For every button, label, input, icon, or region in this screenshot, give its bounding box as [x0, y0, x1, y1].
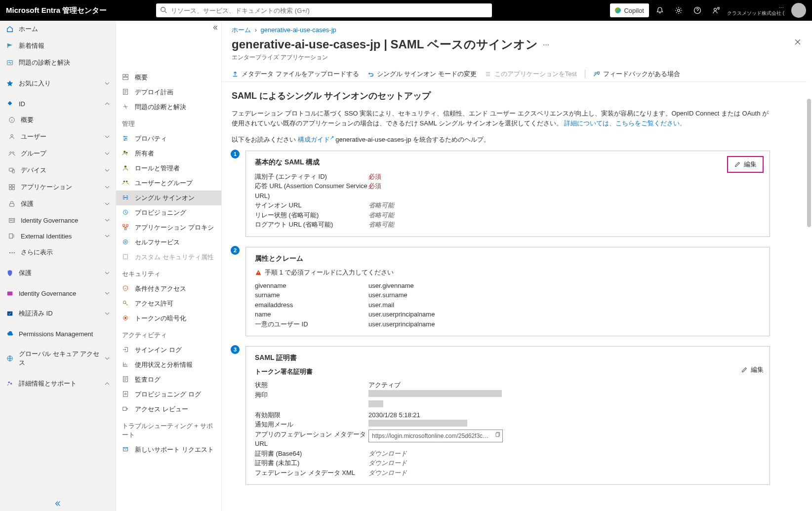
learnmore-link[interactable]: 詳細については、こちらをご覧ください。 [564, 119, 686, 127]
resnav-selfservice[interactable]: セルフサービス [116, 235, 221, 250]
download-xml-link[interactable]: ダウンロード [368, 468, 407, 478]
provisioning-icon [122, 209, 130, 217]
nav-protection2[interactable]: 保護 [0, 265, 116, 281]
properties-icon [122, 135, 130, 143]
feedback-button[interactable] [708, 2, 724, 18]
breadcrumb-home[interactable]: ホーム [232, 26, 251, 34]
svg-point-24 [10, 383, 12, 385]
fedurl-box[interactable]: https://login.microsoftonline.com/25d62f… [368, 430, 503, 442]
bell-icon [656, 6, 664, 14]
resnav-auditlogs[interactable]: 監査ログ [116, 372, 221, 387]
collapse-resnav-button[interactable] [212, 25, 218, 31]
devices-icon [8, 166, 16, 174]
chevron-down-icon [105, 81, 110, 86]
page-title-more[interactable]: ⋯ [543, 41, 550, 48]
download-b64-link[interactable]: ダウンロード [368, 449, 407, 459]
chevron-down-icon [105, 201, 110, 206]
toolbar-upload[interactable]: メタデータ ファイルをアップロードする [232, 70, 359, 79]
nav-permsmgmt[interactable]: Permissions Management [0, 326, 116, 342]
copilot-button[interactable]: Copilot [610, 3, 649, 17]
settings-button[interactable] [671, 2, 687, 18]
step2-title: 属性とクレーム [255, 254, 761, 263]
copy-icon[interactable] [494, 432, 500, 437]
step-2: 2 属性とクレーム 手順 1 で必須フィールドに入力してください givenna… [232, 247, 770, 337]
nav-idgov2[interactable]: Identity Governance [0, 285, 116, 301]
nav-gsa[interactable]: グローバル セキュア アクセス [0, 346, 116, 371]
resnav-owners[interactable]: 所有者 [116, 146, 221, 161]
edit-cert-button[interactable]: 編集 [741, 365, 764, 374]
nav-home[interactable]: ホーム [0, 21, 116, 38]
global-search[interactable] [156, 3, 492, 17]
verified-icon [6, 310, 14, 317]
nav-favorites[interactable]: お気に入り [0, 75, 116, 92]
resnav-properties[interactable]: プロパティ [116, 131, 221, 146]
configguide-link[interactable]: 構成ガイド [298, 136, 330, 143]
svg-rect-41 [126, 225, 128, 227]
avatar[interactable] [791, 3, 806, 18]
customsec-icon [122, 253, 130, 261]
resnav-usersgroups[interactable]: ユーザーとグループ [116, 176, 221, 191]
nav-whatsnew[interactable]: 新着情報 [0, 38, 116, 54]
cert-raw-row: 証明書 (未加工)ダウンロード [255, 458, 761, 468]
resnav-permissions[interactable]: アクセス許可 [116, 296, 221, 311]
nav-idgov[interactable]: Identity Governance [0, 212, 116, 228]
edit-basic-saml-button[interactable]: 編集 [727, 156, 764, 173]
svg-rect-42 [124, 228, 126, 230]
nav-support[interactable]: 詳細情報とサポート [0, 375, 116, 392]
gear-icon [675, 6, 683, 14]
svg-point-36 [126, 181, 128, 183]
resnav-usage[interactable]: 使用状況と分析情報 [116, 357, 221, 372]
tenant-info[interactable]: ⋯ クラスメソッド株式会社 ( [727, 5, 786, 16]
resnav-diagnose[interactable]: 問題の診断と解決 [116, 100, 221, 115]
notifications-button[interactable] [652, 2, 668, 18]
resnav-newsupport[interactable]: 新しいサポート リクエスト [116, 442, 221, 457]
whatsnew-icon [6, 42, 14, 50]
chevron-down-icon [105, 151, 110, 156]
nav-apps[interactable]: アプリケーション [0, 179, 116, 196]
resnav-appproxy[interactable]: アプリケーション プロキシ [116, 220, 221, 235]
svg-line-1 [165, 11, 167, 13]
feedback-icon [593, 71, 600, 78]
main-content: ホーム › generative-ai-use-cases-jp generat… [222, 21, 812, 511]
resnav-deploy[interactable]: デプロイ計画 [116, 85, 221, 100]
topbar-right: Copilot ⋯ クラスメソッド株式会社 ( [610, 2, 806, 18]
diagnose-icon [122, 103, 130, 111]
collapse-nav-button[interactable] [0, 500, 116, 507]
nav-id[interactable]: ID [0, 96, 116, 112]
resnav-provlogs[interactable]: プロビジョニング ログ [116, 387, 221, 402]
nav-diagnose[interactable]: 問題の診断と解決 [0, 54, 116, 71]
nav-verified[interactable]: 検証済み ID [0, 305, 116, 322]
resnav-roles[interactable]: ロールと管理者 [116, 161, 221, 176]
svg-point-35 [123, 181, 125, 183]
nav-id-overview[interactable]: 概要 [0, 112, 116, 128]
nav-more[interactable]: ⋯ さらに表示 [0, 244, 116, 261]
resnav-sso[interactable]: シングル サインオン [116, 191, 221, 205]
permissions-icon [122, 300, 130, 308]
breadcrumb-app[interactable]: generative-ai-use-cases-jp [261, 26, 336, 34]
step-number-1: 1 [231, 150, 240, 158]
resnav-overview[interactable]: 概要 [116, 70, 221, 85]
toolbar-feedback[interactable]: フィードバックがある場合 [593, 70, 680, 79]
nav-protection[interactable]: 保護 [0, 196, 116, 212]
download-raw-link[interactable]: ダウンロード [368, 458, 407, 468]
nav-groups[interactable]: グループ [0, 145, 116, 162]
resnav-token[interactable]: トークンの暗号化 [116, 311, 221, 326]
thumbprint-masked2 [368, 400, 383, 407]
toolbar-changemode[interactable]: シングル サインオン モードの変更 [367, 70, 477, 79]
resnav-customsec: カスタム セキュリティ属性 [116, 250, 221, 265]
scrollbar[interactable] [807, 99, 811, 227]
resnav-condaccess[interactable]: 条件付きアクセス [116, 281, 221, 296]
search-input[interactable] [156, 3, 492, 17]
help-button[interactable] [690, 2, 705, 18]
nav-users[interactable]: ユーザー [0, 128, 116, 145]
svg-point-8 [10, 152, 12, 154]
resnav-provisioning[interactable]: プロビジョニング [116, 205, 221, 220]
close-button[interactable] [794, 39, 801, 45]
diagnose-icon [6, 59, 14, 67]
home-icon [6, 25, 14, 33]
nav-devices[interactable]: デバイス [0, 162, 116, 179]
resnav-accessreview[interactable]: アクセス レビュー [116, 402, 221, 417]
nav-extid[interactable]: External Identities [0, 228, 116, 244]
resnav-signinlogs[interactable]: サインイン ログ [116, 343, 221, 357]
svg-rect-26 [126, 75, 128, 77]
